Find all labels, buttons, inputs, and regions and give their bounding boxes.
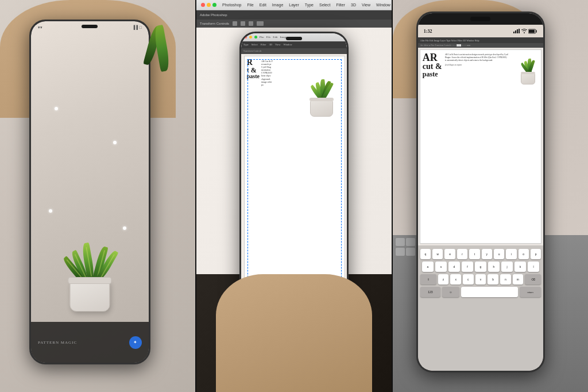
key-numbers[interactable]: 123 — [420, 287, 440, 297]
menu-file[interactable]: File — [247, 3, 253, 7]
lk-1[interactable] — [396, 238, 405, 246]
p2-minimize-dot[interactable] — [249, 36, 252, 39]
bg-leaf-group — [142, 25, 188, 94]
p2-tool-type[interactable]: Type — [243, 43, 249, 46]
p2-menu-ps[interactable]: Pho — [260, 36, 264, 39]
lk-9[interactable] — [406, 248, 415, 256]
ps-tool-4[interactable] — [257, 21, 264, 26]
key-z[interactable]: z — [438, 274, 449, 285]
bottom-icon-circle[interactable]: ✦ — [129, 336, 142, 349]
phone-3-time: 1:32 — [424, 29, 432, 34]
key-i[interactable]: i — [506, 249, 516, 259]
maximize-dot[interactable] — [212, 3, 216, 7]
key-w[interactable]: w — [432, 249, 443, 259]
key-c[interactable]: c — [463, 274, 474, 285]
menu-layer[interactable]: Layer — [289, 3, 299, 7]
key-f[interactable]: f — [462, 262, 473, 272]
phone-3-content: Altte File Edit Image Layer Type Select … — [418, 37, 543, 245]
p2-letter-r: R — [247, 59, 260, 67]
key-r[interactable]: r — [457, 249, 467, 259]
key-x[interactable]: x — [450, 274, 461, 285]
menu-edit[interactable]: Edit — [260, 3, 266, 7]
menu-photoshop[interactable]: Photoshop — [222, 3, 241, 7]
plant-pot-2 — [310, 99, 333, 117]
panel-3-result: 1:32 — [392, 0, 588, 392]
key-d[interactable]: d — [448, 262, 460, 272]
p3-ar-title: AR — [423, 52, 442, 63]
menu-filter[interactable]: Filter — [336, 3, 345, 7]
phone-1-screen: ▾▾ ▌▌□ PATTERN — [31, 21, 149, 363]
phone-3-status-bar: 1:32 — [418, 25, 543, 37]
key-emoji[interactable]: ☺ — [442, 287, 459, 297]
key-shift[interactable]: ⇧ — [420, 274, 436, 285]
key-b[interactable]: b — [488, 274, 498, 285]
key-return[interactable]: return — [520, 287, 541, 297]
key-v[interactable]: v — [475, 274, 486, 285]
phone-3-keyboard: q w e r t y u i o p a s d f g — [418, 245, 543, 371]
minimize-dot[interactable] — [207, 3, 211, 7]
key-t[interactable]: t — [469, 249, 479, 259]
key-o[interactable]: o — [519, 249, 529, 259]
key-k[interactable]: k — [514, 262, 526, 272]
desktop-menubar: Photoshop File Edit Image Layer Type Sel… — [196, 0, 392, 10]
ps-app-toolbar: Adobe Photoshop — [196, 10, 392, 20]
p3-body-text: AR Cut & Paste is an interaction design … — [445, 53, 509, 62]
phone-notch-2 — [286, 37, 302, 40]
keyboard-row-4: 123 ☺ return — [418, 286, 543, 298]
p2-typography: R t & paste — [247, 59, 260, 79]
lk-8[interactable] — [396, 248, 405, 256]
menu-select[interactable]: Select — [319, 3, 330, 7]
ar-dot-2 — [113, 141, 117, 144]
p3-plant — [518, 52, 538, 84]
phone-3-notch — [470, 17, 490, 21]
p2-tool-select[interactable]: Select — [252, 43, 258, 46]
key-backspace[interactable]: ⌫ — [525, 274, 541, 285]
menu-type[interactable]: Type — [305, 3, 314, 7]
hand-holding-phone-2 — [216, 274, 372, 392]
menu-image[interactable]: Image — [272, 3, 283, 7]
key-q[interactable]: q — [420, 249, 431, 259]
key-e[interactable]: e — [444, 249, 455, 259]
lk-2[interactable] — [406, 238, 415, 246]
key-n[interactable]: n — [500, 274, 511, 285]
wifi-icon — [521, 29, 527, 33]
key-space[interactable] — [461, 287, 518, 297]
phone-3-top-bar — [418, 13, 543, 25]
menu-window[interactable]: Window — [376, 3, 390, 7]
p2-text-paste: paste — [247, 74, 260, 79]
panel-1-ar-camera: ▾▾ ▌▌□ PATTERN — [0, 0, 195, 392]
p2-close-dot[interactable] — [244, 36, 247, 39]
key-u[interactable]: u — [494, 249, 504, 259]
key-s[interactable]: s — [435, 262, 447, 272]
ps-tool-1[interactable] — [233, 21, 237, 26]
key-l[interactable]: l — [528, 262, 539, 272]
p2-menu-file[interactable]: File — [266, 36, 271, 39]
p3-ps-options-text: Arc Adoct ● New Transform Controls ≡ ≡ ≡… — [420, 44, 470, 47]
key-y[interactable]: y — [482, 249, 492, 259]
key-p[interactable]: p — [531, 249, 541, 259]
key-a[interactable]: a — [422, 262, 434, 272]
menu-3d[interactable]: 3D — [351, 3, 356, 7]
phone-3-screen: 1:32 — [418, 13, 543, 370]
key-m[interactable]: m — [513, 274, 524, 285]
close-dot[interactable] — [201, 3, 205, 7]
key-g[interactable]: g — [475, 262, 486, 272]
ar-dot-3 — [49, 209, 52, 213]
p2-tool-3d[interactable]: 3D — [269, 43, 272, 46]
p2-tool-filter[interactable]: Filter — [261, 43, 266, 46]
p2-tool-view[interactable]: View — [275, 43, 280, 46]
menu-view[interactable]: View — [362, 3, 370, 7]
p2-menu-edit[interactable]: Edit — [273, 36, 277, 39]
key-h[interactable]: h — [488, 262, 500, 272]
p2-maximize-dot[interactable] — [254, 36, 257, 39]
p2-tool-window[interactable]: Window — [283, 43, 292, 46]
p3-canvas-area: AR cut & paste — [418, 48, 543, 245]
keyboard-row-1: q w e r t y u i o p — [418, 248, 543, 260]
ps-options-bar: Transform Controls — [196, 20, 392, 28]
ps-tool-2[interactable] — [241, 21, 245, 26]
p2-plant — [307, 68, 336, 117]
key-j[interactable]: j — [501, 262, 513, 272]
ps-tool-3[interactable] — [249, 21, 253, 26]
p3-body-text-col: AR Cut & Paste is an interaction design … — [445, 53, 509, 66]
p3-instagram: @cyrildiagne.ar.cutpaste — [445, 64, 509, 66]
